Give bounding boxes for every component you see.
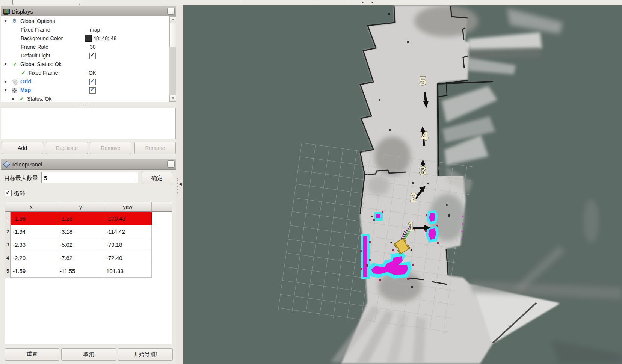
duplicate-button[interactable]: Duplicate <box>46 142 88 154</box>
confirm-button[interactable]: 确定 <box>142 172 172 184</box>
cell-y[interactable]: -11.55 <box>57 264 104 278</box>
row-number[interactable]: 1 <box>5 212 11 225</box>
tree-row-frame-rate[interactable]: Frame Rate 30 <box>1 43 168 51</box>
row-number[interactable]: 3 <box>5 238 11 252</box>
cell-y[interactable]: -3.18 <box>57 225 104 238</box>
cell-x[interactable]: -1.98 <box>11 212 57 225</box>
cell-y[interactable]: -7.62 <box>57 251 104 264</box>
svg-text:5: 5 <box>419 74 426 88</box>
svg-text:2: 2 <box>410 190 417 204</box>
column-header-x[interactable]: x <box>5 202 57 212</box>
cell-x[interactable]: -1.59 <box>11 264 57 278</box>
cell-yaw[interactable]: -114.42 <box>104 225 152 238</box>
cell-x[interactable]: -1.94 <box>11 225 57 238</box>
grid-display-icon <box>12 79 18 85</box>
cell-y[interactable]: -1.23 <box>57 212 104 225</box>
tree-scrollbar[interactable]: ▲ ▼ <box>169 16 176 102</box>
tree-row-global-options[interactable]: ▼ ⚙ Global Options <box>1 17 168 26</box>
scroll-down-icon[interactable]: ▼ <box>169 95 176 102</box>
cell-y[interactable]: -5.02 <box>57 238 104 251</box>
tree-row-map[interactable]: ▼ Map ✓ <box>1 86 168 95</box>
displays-panel-titlebar[interactable]: Displays <box>1 6 176 17</box>
loop-checkbox[interactable]: ✓ <box>5 190 12 196</box>
reset-button[interactable]: 重置 <box>5 348 59 361</box>
column-header-y[interactable]: y <box>57 202 104 212</box>
obstacle-cluster-left-strip <box>360 234 371 279</box>
tree-row-label: Map <box>20 87 31 93</box>
tree-row-label: Default Light <box>21 53 50 59</box>
fixed-frame-status-value: OK <box>89 70 96 76</box>
status-ok-check-icon: ✓ <box>21 70 26 76</box>
toolbar: ▼ ▼ <box>0 0 622 6</box>
tree-row-label: Frame Rate <box>21 44 48 50</box>
splitter-handle[interactable]: ······ <box>79 103 101 107</box>
toolbar-dropdown-icon[interactable]: ▼ <box>371 0 374 5</box>
toolbar-separator <box>316 1 316 5</box>
teleop-panel-icon <box>3 161 10 168</box>
start-navigation-button[interactable]: 开始导航! <box>118 348 173 361</box>
frame-rate-value[interactable]: 30 <box>90 44 96 50</box>
cancel-button[interactable]: 取消 <box>61 348 116 361</box>
color-swatch[interactable] <box>85 35 92 42</box>
cell-yaw[interactable]: -170.43 <box>104 212 152 225</box>
cell-yaw[interactable]: -72.40 <box>104 251 152 264</box>
tree-row-global-status[interactable]: ▼ ✓ Global Status: Ok <box>1 60 168 69</box>
background-color-value[interactable]: 48; 48; 48 <box>93 35 116 41</box>
collapse-triangle-icon[interactable]: ▼ <box>4 19 7 23</box>
expand-triangle-icon[interactable]: ▶ <box>5 80 7 83</box>
tree-row-fixed-frame-status[interactable]: ✓ Fixed Frame OK <box>1 69 168 77</box>
row-number[interactable]: 5 <box>5 264 11 278</box>
collapse-triangle-icon[interactable]: ▼ <box>4 62 7 66</box>
max-targets-input[interactable] <box>41 172 138 183</box>
remove-button[interactable]: Remove <box>90 142 131 154</box>
scroll-up-icon[interactable]: ▲ <box>169 16 176 23</box>
cell-x[interactable]: -2.33 <box>11 238 57 251</box>
column-header-blank <box>152 202 172 212</box>
teleop-panel-titlebar[interactable]: TeleopPanel <box>1 159 176 170</box>
tree-row-label: Global Status: Ok <box>20 61 62 67</box>
panel-float-button[interactable] <box>167 8 175 15</box>
cell-x[interactable]: -2.20 <box>11 251 57 264</box>
status-ok-check-icon: ✓ <box>20 96 24 102</box>
tree-row-label: Status: Ok <box>27 96 51 102</box>
splitter-dots <box>177 178 178 193</box>
cell-yaw[interactable]: -79.18 <box>104 238 152 251</box>
displays-panel-title: Displays <box>12 8 33 15</box>
collapse-triangle-icon[interactable]: ▼ <box>4 88 7 92</box>
tree-row-label: Background Color <box>21 35 63 41</box>
toolbar-button[interactable] <box>12 0 80 5</box>
tree-row-fixed-frame[interactable]: Fixed Frame map <box>1 26 168 34</box>
waypoint-table[interactable]: x y yaw 1 -1.98 -1.23 -170.43 2 -1.94 -3… <box>5 202 172 344</box>
map-display-icon <box>12 88 17 93</box>
svg-text:1: 1 <box>408 219 415 233</box>
gear-icon: ⚙ <box>12 18 17 24</box>
rename-button[interactable]: Rename <box>134 142 176 154</box>
cell-yaw[interactable]: 101.33 <box>104 264 152 278</box>
status-ok-check-icon: ✓ <box>13 61 17 67</box>
add-button[interactable]: Add <box>2 142 43 154</box>
panel-splitter[interactable]: ◀ <box>176 5 183 364</box>
left-panel-column: Displays ▼ ⚙ Global Options Fixed Frame … <box>0 5 176 364</box>
row-number[interactable]: 2 <box>5 225 11 239</box>
scrollbar-thumb[interactable] <box>169 23 176 47</box>
fixed-frame-value[interactable]: map <box>90 27 100 33</box>
panel-float-button[interactable] <box>167 160 175 168</box>
rviz-3d-viewport[interactable]: 1 2 3 4 5 <box>183 5 622 364</box>
svg-text:3: 3 <box>419 163 426 178</box>
obstacle-cluster-small <box>373 211 383 221</box>
collapse-panel-icon[interactable]: ◀ <box>179 182 182 186</box>
expand-triangle-icon[interactable]: ▶ <box>12 97 15 101</box>
splitter-handle[interactable]: ······ <box>79 154 101 158</box>
map-enabled-checkbox[interactable]: ✓ <box>89 87 96 94</box>
teleop-panel-title: TeleopPanel <box>11 161 42 168</box>
toolbar-dropdown-icon[interactable]: ▼ <box>361 0 364 5</box>
toolbar-separator <box>243 1 243 5</box>
tree-row-grid[interactable]: ▶ Grid ✓ <box>1 77 168 86</box>
tree-row-map-status[interactable]: ▶ ✓ Status: Ok <box>1 95 168 102</box>
tree-row-background-color[interactable]: Background Color 48; 48; 48 <box>1 34 168 43</box>
default-light-checkbox[interactable]: ✓ <box>89 53 96 59</box>
row-number[interactable]: 4 <box>5 251 11 265</box>
tree-row-default-light[interactable]: Default Light ✓ <box>1 51 168 60</box>
column-header-yaw[interactable]: yaw <box>104 202 152 212</box>
grid-enabled-checkbox[interactable]: ✓ <box>89 79 96 85</box>
